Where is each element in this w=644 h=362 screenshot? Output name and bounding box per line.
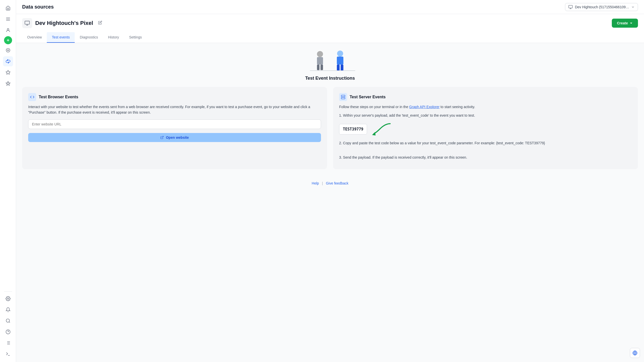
browser-card-title-row: Test Browser Events xyxy=(28,93,321,101)
sidebar-item-home[interactable] xyxy=(3,3,13,13)
svg-rect-22 xyxy=(317,57,323,65)
source-title-row: Dev Hightouch's Pixel Create xyxy=(22,18,638,28)
main-content: Data sources Dev Hightouch (517155046610… xyxy=(16,0,644,362)
illustration-area xyxy=(22,49,638,72)
server-card-icon xyxy=(339,93,347,101)
sidebar-item-add[interactable] xyxy=(4,36,12,44)
svg-point-21 xyxy=(317,51,323,57)
source-header: Dev Hightouch's Pixel Create Overview Te… xyxy=(16,14,644,43)
tab-history[interactable]: History xyxy=(103,32,124,43)
workspace-icon xyxy=(568,5,573,9)
svg-point-25 xyxy=(337,51,343,57)
page-title: Data sources xyxy=(22,4,54,10)
svg-rect-28 xyxy=(341,65,343,71)
browser-events-card: Test Browser Events Interact with your w… xyxy=(22,87,327,169)
browser-card-body: Interact with your website to test wheth… xyxy=(28,104,321,142)
sidebar-item-user[interactable] xyxy=(3,25,13,35)
sidebar-item-debug[interactable] xyxy=(3,338,13,348)
footer-links: Help | Give feedback xyxy=(22,177,638,189)
sidebar-item-menu[interactable] xyxy=(3,14,13,24)
tab-overview[interactable]: Overview xyxy=(22,32,47,43)
svg-marker-8 xyxy=(6,70,10,74)
chevron-down-icon xyxy=(631,5,635,9)
illustration-svg xyxy=(290,49,370,72)
svg-rect-18 xyxy=(25,21,29,24)
svg-rect-24 xyxy=(320,65,323,70)
arrow-illustration xyxy=(370,122,393,136)
source-title-left: Dev Hightouch's Pixel xyxy=(22,18,102,28)
sidebar-item-search[interactable] xyxy=(3,316,13,326)
test-code-badge: TEST39779 xyxy=(339,124,367,134)
source-icon xyxy=(22,18,32,28)
external-link-icon xyxy=(160,136,164,139)
browser-card-icon xyxy=(28,93,36,101)
sidebar xyxy=(0,0,16,362)
content-area: Dev Hightouch's Pixel Create Overview Te… xyxy=(16,14,644,362)
browser-card-title: Test Browser Events xyxy=(39,95,78,99)
sidebar-item-settings[interactable] xyxy=(3,294,13,304)
cards-row: Test Browser Events Interact with your w… xyxy=(22,87,638,169)
svg-rect-32 xyxy=(341,98,345,99)
footer-divider: | xyxy=(322,181,323,185)
feedback-link[interactable]: Give feedback xyxy=(326,181,348,185)
sidebar-item-star[interactable] xyxy=(3,67,13,77)
svg-point-7 xyxy=(7,50,9,51)
body-content: Test Event Instructions Test Browser Eve… xyxy=(16,43,644,195)
svg-line-11 xyxy=(9,322,10,323)
create-button[interactable]: Create xyxy=(612,19,638,28)
tabs-bar: Overview Test events Diagnostics History… xyxy=(22,32,638,43)
section-title: Test Event Instructions xyxy=(22,76,638,81)
sidebar-item-sync[interactable] xyxy=(3,56,13,66)
svg-line-30 xyxy=(162,136,163,138)
server-card-title-row: Test Server Events xyxy=(339,93,632,101)
workspace-selector[interactable]: Dev Hightouch (5171550466109… xyxy=(565,3,638,11)
svg-rect-27 xyxy=(337,65,340,71)
workspace-name: Dev Hightouch (5171550466109… xyxy=(575,5,629,9)
svg-point-3 xyxy=(7,28,9,30)
top-header: Data sources Dev Hightouch (517155046610… xyxy=(16,0,644,14)
help-link[interactable]: Help xyxy=(312,181,319,185)
svg-point-10 xyxy=(6,319,9,322)
svg-rect-23 xyxy=(317,65,319,70)
svg-rect-26 xyxy=(337,57,343,65)
tab-test-events[interactable]: Test events xyxy=(47,32,75,43)
server-card-body: Follow these steps on your terminal or i… xyxy=(339,104,632,160)
graph-api-link[interactable]: Graph API Explorer xyxy=(409,105,440,109)
source-name: Dev Hightouch's Pixel xyxy=(35,20,93,26)
sidebar-item-help[interactable] xyxy=(3,327,13,337)
sidebar-divider xyxy=(4,291,12,292)
sidebar-item-notifications[interactable] xyxy=(3,305,13,315)
sidebar-item-circle[interactable] xyxy=(3,45,13,55)
svg-point-9 xyxy=(7,298,9,299)
globe-button[interactable] xyxy=(630,348,640,358)
create-chevron-icon xyxy=(629,21,633,25)
sidebar-item-terminal[interactable] xyxy=(3,349,13,359)
open-website-button[interactable]: Open website xyxy=(28,133,321,142)
server-card-title: Test Server Events xyxy=(350,95,386,99)
svg-marker-35 xyxy=(372,132,376,135)
server-events-card: Test Server Events Follow these steps on… xyxy=(333,87,638,169)
svg-rect-15 xyxy=(569,5,573,8)
website-url-input[interactable] xyxy=(28,119,321,129)
url-input-row xyxy=(28,119,321,129)
tab-diagnostics[interactable]: Diagnostics xyxy=(75,32,103,43)
svg-rect-31 xyxy=(341,95,345,97)
sidebar-item-badge[interactable] xyxy=(3,78,13,88)
test-code-area: TEST39779 xyxy=(339,122,632,136)
svg-point-6 xyxy=(6,49,10,52)
edit-icon[interactable] xyxy=(98,21,102,26)
tab-settings[interactable]: Settings xyxy=(124,32,147,43)
